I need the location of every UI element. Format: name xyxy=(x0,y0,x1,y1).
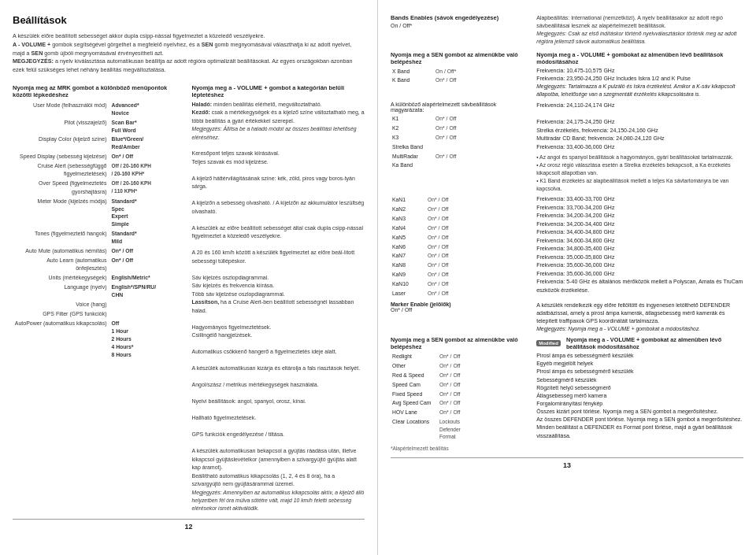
xband-label: X Band xyxy=(391,67,434,76)
bands-on-off: On / Off* xyxy=(391,23,412,28)
kan-table: KaN1On* / Off KaN2On* / Off KaN3On* / Of… xyxy=(391,195,528,298)
laser-val: On* / Off xyxy=(426,289,528,298)
kan3-val: On* / Off xyxy=(426,214,528,224)
k-bands-notes: • Az angol és spanyol beállítások a hagy… xyxy=(536,154,743,192)
desc-user-mode: Haladó: minden beállítás elérhető, megvá… xyxy=(192,101,365,512)
bands-value: On / Off* xyxy=(391,23,528,28)
table-row: LaserOn* / Off xyxy=(391,289,528,298)
table-row: X Band On / Off* xyxy=(391,67,528,76)
row-label: Speed Display (sebesség kijelzése) xyxy=(13,152,109,161)
k-bands-title: A különböző alapértelmezett sávbeállítás… xyxy=(391,102,528,113)
sen-band-left: Nyomja meg a SEN gombot az almenükbe val… xyxy=(391,51,528,99)
kband-label: K Band xyxy=(391,76,434,85)
row-value: On* / Off xyxy=(109,256,185,273)
row-label: Voice (hang) xyxy=(13,300,109,309)
row-label: User Mode (felhasználói mód) xyxy=(13,101,109,118)
laser-label: Laser xyxy=(391,289,426,298)
table-row: GPS Filter (GPS funkciók) xyxy=(13,309,186,319)
left-page: Beállítások A készülék előre beállított … xyxy=(0,0,378,555)
bands-right: Alapbeállítás: International (nemzetközi… xyxy=(536,14,743,46)
sen-left-header: Nyomja meg a SEN gombot az almenükbe val… xyxy=(391,51,528,65)
table-row: K Band On* / Off xyxy=(391,76,528,85)
sen-modify-right: Modified Nyomja meg a - VOLUME + gomboka… xyxy=(536,336,743,441)
sen-right-header: Nyomja meg a - VOLUME + gombokat az alme… xyxy=(536,51,743,65)
k-bands-section: A különböző alapértelmezett sávbeállítás… xyxy=(391,102,743,192)
kan10-label: KaN10 xyxy=(391,279,426,289)
table-row: Pilot (visszajelző) Scan Bar*Full Word xyxy=(13,118,186,135)
modified-badge: Modified xyxy=(536,340,561,346)
clearloc-label: Clear Locations xyxy=(391,417,438,441)
table-row: Red & Speed On* / Off xyxy=(391,371,528,380)
clearloc-val: LockoutsDefenderFormat xyxy=(438,417,528,441)
row-label: Auto Mute (automatikus némítás) xyxy=(13,246,109,256)
k3-label: K3 xyxy=(391,133,434,142)
marker-left: Marker Enable (jelölők) On* / Off xyxy=(391,302,528,334)
table-row: KaN5On* / Off xyxy=(391,233,528,242)
sen-modify-right-header: Modified Nyomja meg a - VOLUME + gomboka… xyxy=(536,336,743,350)
xk-band-table: X Band On / Off* K Band On* / Off xyxy=(391,67,528,86)
xband-value: On / Off* xyxy=(434,67,528,76)
table-row: Cruise Alert (sebességfüggő figyelmeztet… xyxy=(13,161,186,179)
multiradar-value: On* / Off xyxy=(434,152,528,161)
row-value: Off1 Hour2 Hours4 Hours*8 Hours xyxy=(109,319,185,359)
intro-paragraph: A készülék előre beállított sebességet a… xyxy=(13,32,365,75)
kan8-val: On* / Off xyxy=(426,261,528,270)
table-row: Other On* / Off xyxy=(391,361,528,371)
settings-table-section: Nyomja meg az MRK gombot a különböző men… xyxy=(13,81,186,512)
table-row: Over Speed (figyelmeztetés gyorshajtásra… xyxy=(13,179,186,196)
table-row: K2 On* / Off xyxy=(391,124,528,133)
table-row: Units (mértékegységek) English/Metric* xyxy=(13,273,186,283)
intro-text-1: A készülék előre beállított sebességet a… xyxy=(13,32,265,39)
table-row: MultiRadar On* / Off xyxy=(391,152,528,161)
table-row: Fixed Speed On* / Off xyxy=(391,390,528,399)
sen-band-desc: Frekvencia: 10,475-10,575 GHz Frekvencia… xyxy=(536,67,743,99)
sen-modify-table: Redlight On* / Off Other On* / Off Red &… xyxy=(391,352,528,441)
desc-section: Nyomja meg a - VOLUME + gombot a kategór… xyxy=(192,81,365,512)
kan6-val: On* / Off xyxy=(426,242,528,252)
kan7-label: KaN7 xyxy=(391,251,426,261)
kan-right: Frekvencia: 33,400-33,700 GHz Frekvencia… xyxy=(536,195,743,298)
row-value: Off / 20-160 KPH/ 20-160 KPH* xyxy=(109,161,185,179)
table-row: Auto Mute (automatikus némítás) On* / Of… xyxy=(13,246,186,256)
table-row: Speed Cam On* / Off xyxy=(391,380,528,390)
bands-section: Bands Enables (sávok engedélyezése) On /… xyxy=(391,14,743,46)
main-columns: Nyomja meg az MRK gombot a különböző men… xyxy=(13,81,365,512)
row-value: On* / Off xyxy=(109,152,185,161)
row-value: English*/SPN/RU/CHN xyxy=(109,283,185,300)
marker-value: On* / Off xyxy=(391,307,528,313)
table-row: Meter Mode (kijelzés módja) Standard*Spe… xyxy=(13,197,186,229)
table-row: KaN7On* / Off xyxy=(391,251,528,261)
strelka-label: Strelka Band xyxy=(391,142,528,152)
table-row: KaN10On* / Off xyxy=(391,279,528,289)
k-bands-desc: Frekvencia: 24,110-24,174 GHz Frekvencia… xyxy=(536,102,743,151)
other-val: On* / Off xyxy=(438,361,528,371)
sen-band-right: Nyomja meg a - VOLUME + gombokat az alme… xyxy=(536,51,743,99)
right-page: Bands Enables (sávok engedélyezése) On /… xyxy=(378,0,756,555)
k3-value: On* / Off xyxy=(434,133,528,142)
kan5-label: KaN5 xyxy=(391,233,426,242)
right-col-header: Nyomja meg a - VOLUME + gombot a kategór… xyxy=(192,84,365,98)
marker-section: Marker Enable (jelölők) On* / Off A kész… xyxy=(391,302,743,334)
sen-modify-left-header: Nyomja meg a SEN gombot az almenükbe val… xyxy=(391,336,528,350)
table-row: KaN4On* / Off xyxy=(391,224,528,233)
kan3-label: KaN3 xyxy=(391,214,426,224)
sen-modify-left: Nyomja meg a SEN gombot az almenükbe val… xyxy=(391,336,528,441)
table-row: Clear Locations LockoutsDefenderFormat xyxy=(391,417,528,441)
bands-left: Bands Enables (sávok engedélyezése) On /… xyxy=(391,14,528,46)
kan9-label: KaN9 xyxy=(391,270,426,279)
row-label: Over Speed (figyelmeztetés gyorshajtásra… xyxy=(13,179,109,196)
table-row: AutoPower (automatikus kikapcsolás) Off1… xyxy=(13,319,186,359)
table-row: HOV Lane On* / Off xyxy=(391,408,528,417)
row-value: Off / 20-160 KPH/ 110 KPH* xyxy=(109,179,185,196)
avgspeed-val: On* / Off xyxy=(438,398,528,408)
table-row: KaN6On* / Off xyxy=(391,242,528,252)
page-number: 12 xyxy=(13,523,365,531)
marker-desc: A készülék rendelkezik egy előre feltölt… xyxy=(536,302,743,334)
table-row: User Mode (felhasználói mód) Advanced*No… xyxy=(13,101,186,118)
hovlane-val: On* / Off xyxy=(438,408,528,417)
fixedspeed-label: Fixed Speed xyxy=(391,390,438,399)
table-row: Avg Speed Cam On* / Off xyxy=(391,398,528,408)
fixedspeed-val: On* / Off xyxy=(438,390,528,399)
redlight-label: Redlight xyxy=(391,352,438,361)
bands-title: Bands Enables (sávok engedélyezése) xyxy=(391,14,528,21)
